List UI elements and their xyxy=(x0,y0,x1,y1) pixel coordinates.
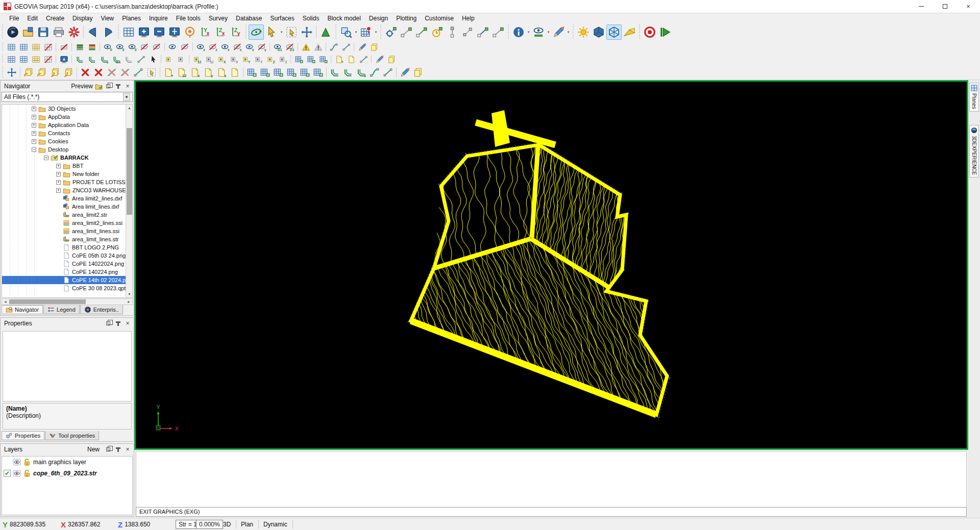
tab-3dexperience[interactable]: 3DEXPERIENCE xyxy=(969,125,979,178)
scrollbar-thumb[interactable] xyxy=(127,128,132,215)
tree-item-bbt-logo-2-png[interactable]: +BBT LOGO 2.PNG xyxy=(2,243,126,251)
layer-row-cope-6th-09-2023-str[interactable]: ✔1cope_6th_09_2023.str xyxy=(2,468,132,479)
float-panel-icon[interactable] xyxy=(104,83,112,90)
grid-expand-4-button[interactable] xyxy=(285,66,298,79)
tree-item-cope-140224-png[interactable]: +CoPE 140224.png xyxy=(2,268,126,276)
insert-12-button[interactable]: 12 xyxy=(175,66,188,79)
print-button[interactable] xyxy=(51,24,66,40)
menu-plotting[interactable]: Plotting xyxy=(392,14,421,22)
grid-plus-b-button[interactable] xyxy=(305,54,317,65)
grid-expand-3-button[interactable] xyxy=(272,66,285,79)
segment-vertical-button[interactable] xyxy=(445,24,460,40)
show-d1-button[interactable]: D1 xyxy=(272,41,284,53)
label-x-off-button[interactable]: X xyxy=(228,54,240,65)
tree-item-desktop[interactable]: −Desktop xyxy=(2,145,126,154)
grid-expand-2-button[interactable] xyxy=(258,66,272,79)
insert-z-button[interactable]: z xyxy=(215,66,228,79)
segment-green-button[interactable] xyxy=(414,24,429,40)
expand-icon[interactable]: + xyxy=(56,188,61,193)
save-file-button[interactable] xyxy=(36,24,51,40)
dropdown-arrow-icon[interactable]: ▾ xyxy=(354,30,358,34)
contour-label-1-1-button[interactable]: 1.1 xyxy=(110,54,122,65)
menu-solids[interactable]: Solids xyxy=(299,14,324,22)
preview-folder-icon[interactable] xyxy=(94,83,103,90)
scroll-down-icon[interactable]: ▼ xyxy=(126,291,133,297)
show-point-attr-button[interactable]: 0 xyxy=(126,41,138,53)
tree-item-cope-30-08-2023-qpt[interactable]: +CoPE 30 08 2023.qpt xyxy=(2,284,126,292)
lighting-button[interactable] xyxy=(576,24,591,40)
chevron-down-icon[interactable]: ▼ xyxy=(123,93,130,101)
close-panel-icon[interactable]: × xyxy=(124,320,132,327)
tree-item-bbt[interactable]: +BBT xyxy=(2,162,126,170)
mode-3d-indicator[interactable]: 3D xyxy=(223,521,231,528)
marker-off-button[interactable] xyxy=(175,54,187,65)
hide-d1-button[interactable]: D1 xyxy=(284,41,296,53)
label-z-on-button[interactable]: Z xyxy=(264,54,277,65)
collapse-icon[interactable]: − xyxy=(32,147,36,152)
delete-point-off-button[interactable] xyxy=(105,66,118,79)
new-layer-button[interactable]: New xyxy=(87,446,100,453)
plan-view-indicator[interactable]: Plan xyxy=(241,521,253,528)
visibility-eye-icon[interactable] xyxy=(13,458,21,466)
page-add-button[interactable]: + xyxy=(333,54,345,65)
menu-surfaces[interactable]: Surfaces xyxy=(266,14,298,22)
tree-item-area-limit-lines-str[interactable]: +area_limit_lines.str xyxy=(2,235,126,243)
label-y-off-button[interactable]: Y xyxy=(252,54,264,65)
tree-item-appdata[interactable]: +AppData xyxy=(2,113,126,121)
pointer-select-button[interactable] xyxy=(264,24,279,40)
insert-y-button[interactable]: y xyxy=(202,66,215,79)
label-12-off-button[interactable]: 12 xyxy=(203,54,215,65)
plan-grid-1-button[interactable] xyxy=(5,54,17,65)
close-button[interactable]: × xyxy=(957,0,980,13)
menu-inquire[interactable]: Inquire xyxy=(145,14,172,22)
segment-blue-button[interactable] xyxy=(475,24,491,40)
grid-plus-c-button[interactable] xyxy=(317,54,329,65)
tree-item-area-limit2-lines-dxf[interactable]: +Area limit2_lines.dxf xyxy=(2,194,126,203)
toolbar-grip[interactable] xyxy=(379,24,382,39)
show-z-button[interactable]: z xyxy=(194,41,207,53)
contour-corner-1-button[interactable] xyxy=(74,54,86,65)
marker-on-button[interactable] xyxy=(163,54,175,65)
menu-database[interactable]: Database xyxy=(232,14,266,22)
expand-icon[interactable]: + xyxy=(56,172,61,176)
hide-x-button[interactable]: x xyxy=(231,41,243,53)
dropdown-arrow-icon[interactable]: ▾ xyxy=(279,30,284,34)
screen-display-button[interactable] xyxy=(58,54,70,65)
contour-corner-off-button[interactable] xyxy=(122,54,135,65)
expand-icon[interactable]: + xyxy=(32,115,36,119)
tree-item-cope-05th-03-24-png[interactable]: +CoPE 05th 03 24.png xyxy=(2,251,126,260)
menu-file-tools[interactable]: File tools xyxy=(172,14,205,22)
close-string-button[interactable] xyxy=(145,66,158,79)
menu-edit[interactable]: Edit xyxy=(23,14,42,22)
toolbar-grip[interactable] xyxy=(638,24,641,39)
display-properties-button[interactable] xyxy=(531,24,546,40)
select-cursor-button[interactable] xyxy=(147,54,159,65)
hide-point-numbers-button[interactable] xyxy=(151,41,163,53)
edit-small-button[interactable] xyxy=(373,54,385,65)
pin-panel-icon[interactable] xyxy=(114,446,122,453)
toolbar-grip[interactable] xyxy=(1,55,4,64)
delete-segment-button[interactable] xyxy=(92,66,105,79)
expand-icon[interactable]: + xyxy=(56,164,61,168)
menu-design[interactable]: Design xyxy=(365,14,392,22)
string-tools-gear-button[interactable] xyxy=(383,24,399,40)
dock-tab-enterpris-[interactable]: Enterpris.. xyxy=(80,305,123,314)
contour-label-1-button[interactable]: 1 xyxy=(98,54,110,65)
redo-button[interactable] xyxy=(101,24,116,40)
toolbar-grip[interactable] xyxy=(117,24,120,39)
close-panel-icon[interactable]: × xyxy=(124,446,132,453)
smooth-curve-2-button[interactable] xyxy=(368,66,381,79)
layer-row-main-graphics-layer[interactable]: 1main graphics layer xyxy=(2,457,132,468)
unlocked-padlock-icon[interactable]: 1 xyxy=(23,458,31,466)
tree-item-cope-14th-02-2024-pn[interactable]: +CoPE 14th 02 2024.pn xyxy=(2,276,126,284)
render-mode-button[interactable] xyxy=(318,24,333,40)
smooth-3-button[interactable]: 1 xyxy=(355,66,368,79)
tree-item-area-limit-lines-dxf[interactable]: +Area limit_lines.dxf xyxy=(2,203,126,211)
grid-display-1-button[interactable] xyxy=(5,41,17,53)
tree-item-area-limit-lines-ssi[interactable]: +area_limit_lines.ssi xyxy=(2,227,126,235)
point-info-button[interactable] xyxy=(511,24,526,40)
warning-off-button[interactable] xyxy=(312,41,324,53)
segment-draw-button[interactable] xyxy=(135,54,147,65)
grid-expand-1-button[interactable] xyxy=(245,66,258,79)
grid-plus-a-button[interactable] xyxy=(292,54,305,65)
